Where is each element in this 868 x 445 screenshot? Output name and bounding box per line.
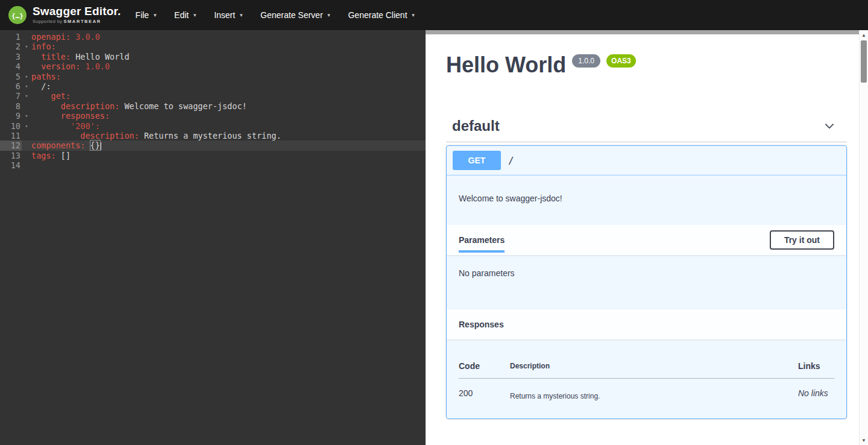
code-text: description: Welcome to swagger-jsdoc! <box>31 101 247 111</box>
oas3-badge: OAS3 <box>606 54 636 68</box>
response-links: No links <box>798 379 834 401</box>
http-method-badge: GET <box>453 151 501 170</box>
menu-edit[interactable]: Edit ▼ <box>166 5 206 25</box>
line-number: 3 <box>0 52 22 62</box>
line-number: 4 <box>0 62 22 71</box>
menu-insert[interactable]: Insert ▼ <box>206 5 252 25</box>
line-number: 5 <box>0 72 22 81</box>
parameters-header: Parameters Try it out <box>447 225 846 255</box>
smartbear-wordmark: SMARTBEAR <box>63 19 101 24</box>
code-text: openapi: 3.0.0 <box>31 32 100 42</box>
try-it-out-button[interactable]: Try it out <box>770 230 834 250</box>
line-number: 2 <box>0 42 22 51</box>
menu-file[interactable]: File ▼ <box>127 5 166 25</box>
line-number: 6 <box>0 81 22 91</box>
brand-subtitle: Supported bySMARTBEAR <box>33 19 121 24</box>
editor-line-6[interactable]: 6▾ /: <box>0 81 426 91</box>
scroll-up-arrow-icon[interactable]: ▲ <box>860 30 868 40</box>
caret-down-icon: ▼ <box>153 13 157 18</box>
code-text: get: <box>31 91 71 101</box>
fold-spacer <box>22 131 31 140</box>
editor-line-10[interactable]: 10▾ '200': <box>0 121 426 131</box>
preview-scrollbar[interactable]: ▲ ▼ <box>859 30 868 445</box>
menu-generate-server[interactable]: Generate Server ▼ <box>252 5 339 25</box>
caret-down-icon: ▼ <box>411 13 416 18</box>
caret-down-icon: ▼ <box>239 13 244 18</box>
fold-arrow-icon[interactable]: ▾ <box>22 111 31 121</box>
preview-top-strip <box>426 30 859 34</box>
tag-section-default[interactable]: default <box>446 110 847 142</box>
code-text: paths: <box>31 72 61 81</box>
menu-generate-client[interactable]: Generate Client ▼ <box>339 5 424 25</box>
fold-arrow-icon[interactable]: ▾ <box>22 42 31 51</box>
menu-label: Generate Server <box>260 10 323 20</box>
responses-header: Responses <box>447 309 846 339</box>
menu-label: File <box>136 10 149 20</box>
code-text: /: <box>31 81 51 91</box>
scroll-down-arrow-icon[interactable]: ▼ <box>860 435 868 445</box>
response-row-200: 200 Returns a mysterious string. No link… <box>459 379 834 401</box>
menu-label: Insert <box>214 10 235 20</box>
brand-title: Swagger Editor. <box>33 5 121 18</box>
code-text: '200': <box>31 121 100 131</box>
api-info-title: Hello World 1.0.0 OAS3 <box>446 54 847 76</box>
code-text: title: Hello World <box>31 52 130 62</box>
menu-label: Generate Client <box>348 10 407 20</box>
no-parameters-text: No parameters <box>459 268 515 278</box>
editor-line-1[interactable]: 1openapi: 3.0.0 <box>0 32 426 42</box>
fold-spacer <box>22 151 31 160</box>
code-text: version: 1.0.0 <box>31 62 110 71</box>
fold-arrow-icon[interactable]: ▾ <box>22 121 31 131</box>
yaml-editor[interactable]: 1openapi: 3.0.02▾info:3 title: Hello Wor… <box>0 30 426 445</box>
editor-line-9[interactable]: 9▾ responses: <box>0 111 426 121</box>
operation-path: / <box>508 155 514 166</box>
fold-arrow-icon[interactable]: ▾ <box>22 72 31 81</box>
caret-down-icon: ▼ <box>192 13 197 18</box>
swagger-editor-brand[interactable]: {…} Swagger Editor. Supported bySMARTBEA… <box>8 5 121 24</box>
editor-line-11[interactable]: 11 description: Returns a mysterious str… <box>0 131 426 140</box>
main-split: 1openapi: 3.0.02▾info:3 title: Hello Wor… <box>0 30 868 445</box>
operation-description: Welcome to swagger-jsdoc! <box>447 175 846 225</box>
editor-line-3[interactable]: 3 title: Hello World <box>0 52 426 62</box>
editor-line-7[interactable]: 7▾ get: <box>0 91 426 101</box>
response-code: 200 <box>459 379 510 401</box>
editor-line-8[interactable]: 8 description: Welcome to swagger-jsdoc! <box>0 101 426 111</box>
menu-label: Edit <box>174 10 189 20</box>
line-number: 13 <box>0 151 22 160</box>
fold-spacer <box>22 140 31 150</box>
line-number: 14 <box>0 160 22 170</box>
swagger-ui-preview: Hello World 1.0.0 OAS3 default GET / Wel… <box>426 30 859 445</box>
code-text: tags: [] <box>31 151 71 160</box>
fold-arrow-icon[interactable]: ▾ <box>22 91 31 101</box>
editor-line-14[interactable]: 14 <box>0 160 426 170</box>
opblock-summary[interactable]: GET / <box>447 146 846 175</box>
line-number: 1 <box>0 32 22 42</box>
tab-parameters[interactable]: Parameters <box>459 235 505 245</box>
fold-spacer <box>22 62 31 71</box>
fold-spacer <box>22 32 31 42</box>
editor-line-12[interactable]: 12components: {} <box>0 140 426 150</box>
opblock-get-root: GET / Welcome to swagger-jsdoc! Paramete… <box>446 145 847 419</box>
responses-body: Code Description Links 200 Returns a mys… <box>447 339 846 418</box>
chevron-down-icon[interactable] <box>823 119 836 133</box>
editor-line-4[interactable]: 4 version: 1.0.0 <box>0 62 426 71</box>
line-number: 9 <box>0 111 22 121</box>
responses-table: Code Description Links 200 Returns a mys… <box>459 361 834 400</box>
code-text: description: Returns a mysterious string… <box>31 131 281 140</box>
scrollbar-thumb[interactable] <box>861 40 867 83</box>
responses-title: Responses <box>459 320 504 329</box>
editor-line-2[interactable]: 2▾info: <box>0 42 426 51</box>
col-header-description: Description <box>510 361 798 379</box>
fold-spacer <box>22 52 31 62</box>
topbar: {…} Swagger Editor. Supported bySMARTBEA… <box>0 0 868 30</box>
code-text: info: <box>31 42 56 51</box>
line-number: 11 <box>0 131 22 140</box>
col-header-links: Links <box>798 361 834 379</box>
editor-line-13[interactable]: 13tags: [] <box>0 151 426 160</box>
code-text: responses: <box>31 111 110 121</box>
text-cursor <box>100 142 101 150</box>
editor-lines: 1openapi: 3.0.02▾info:3 title: Hello Wor… <box>0 32 426 170</box>
editor-line-5[interactable]: 5▾paths: <box>0 72 426 81</box>
fold-arrow-icon[interactable]: ▾ <box>22 81 31 91</box>
api-title: Hello World <box>446 54 566 76</box>
